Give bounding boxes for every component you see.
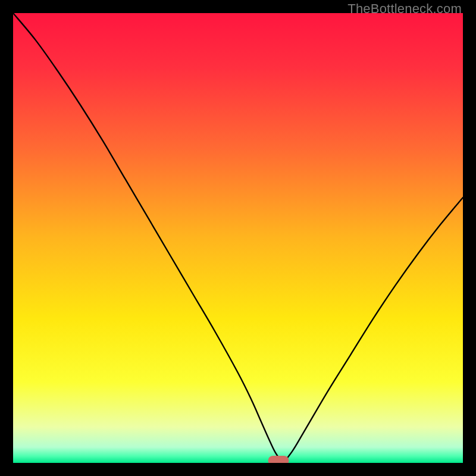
watermark-text: TheBottleneck.com bbox=[347, 1, 462, 17]
optimum-marker bbox=[268, 456, 289, 463]
bottleneck-chart bbox=[13, 13, 463, 463]
gradient-background bbox=[13, 13, 463, 463]
chart-frame bbox=[13, 13, 463, 463]
